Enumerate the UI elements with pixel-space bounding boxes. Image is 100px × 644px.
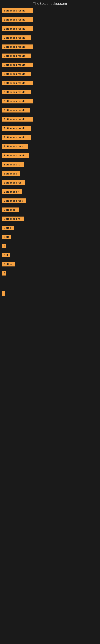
list-item: Bottleneck result bbox=[2, 44, 98, 50]
spacer-item bbox=[2, 306, 98, 312]
list-item: Bottleneck result bbox=[2, 36, 98, 41]
list-item: Bottlenec bbox=[2, 208, 98, 213]
list-item: | bbox=[2, 291, 98, 297]
bottleneck-badge: Bottleneck resu bbox=[2, 144, 28, 149]
bottleneck-badge: B bbox=[2, 271, 6, 276]
list-item: Bottleneck result bbox=[2, 72, 98, 77]
list-item: Bottleneck bbox=[2, 171, 98, 177]
list-item: Bottleneck result bbox=[2, 108, 98, 113]
list-item: Bottleneck result bbox=[2, 62, 98, 68]
bottleneck-badge: Bot bbox=[2, 253, 10, 258]
list-item: B bbox=[2, 244, 98, 249]
results-container: Bottleneck resultBottleneck resultBottle… bbox=[0, 8, 100, 320]
list-item: Bottleneck resu bbox=[2, 144, 98, 150]
bottleneck-badge: Bottleneck result bbox=[2, 72, 31, 76]
bottleneck-badge: Bottle bbox=[2, 226, 14, 230]
bottleneck-badge: Bottleneck resu bbox=[2, 198, 26, 203]
bottleneck-badge: Bottleneck bbox=[2, 171, 20, 176]
bottleneck-badge: Bottleneck res bbox=[2, 180, 25, 185]
list-item: Bottleneck result bbox=[2, 117, 98, 122]
bottleneck-badge: Bottleneck result bbox=[2, 117, 33, 122]
bottleneck-badge: | bbox=[2, 291, 5, 296]
list-item: Bottleneck resu bbox=[2, 198, 98, 204]
list-item: Bottleneck result bbox=[2, 8, 98, 14]
spacer-item bbox=[2, 285, 98, 291]
list-item: Bottle bbox=[2, 226, 98, 231]
list-item: Bottleneck re bbox=[2, 162, 98, 168]
list-item: Bottleneck result bbox=[2, 126, 98, 132]
list-item: Bottleneck result bbox=[2, 54, 98, 59]
list-item: Bottleneck result bbox=[2, 81, 98, 86]
list-item: Bottleneck result bbox=[2, 135, 98, 140]
list-item bbox=[2, 280, 98, 282]
bottleneck-badge: Bottleneck result bbox=[2, 108, 30, 112]
list-item: Bott bbox=[2, 235, 98, 240]
site-title: TheBottlenecker.com bbox=[0, 0, 100, 8]
bottleneck-badge: Bottleneck result bbox=[2, 36, 31, 40]
bottleneck-badge: Bottleneck result bbox=[2, 62, 33, 67]
bottleneck-badge: Bottlenec bbox=[2, 208, 19, 212]
list-item bbox=[2, 318, 98, 320]
bottleneck-badge: Bottleneck result bbox=[2, 99, 33, 104]
list-item: Bot bbox=[2, 253, 98, 258]
bottleneck-badge: Bottleneck result bbox=[2, 126, 31, 130]
list-item: Bottleneck result bbox=[2, 99, 98, 104]
bottleneck-badge: Bottleneck result bbox=[2, 8, 33, 13]
bottleneck-badge: Bottleneck result bbox=[2, 17, 33, 22]
bottleneck-badge: Bott bbox=[2, 235, 11, 239]
list-item: Bottleneck result bbox=[2, 153, 98, 158]
bottleneck-badge: Bottleneck result bbox=[2, 26, 33, 31]
bottleneck-badge: Bottleneck result bbox=[2, 44, 33, 49]
bottleneck-badge: Bottleneck r bbox=[2, 190, 22, 194]
bottleneck-badge: Bottleneck result bbox=[2, 81, 33, 85]
bottleneck-badge: Bottleneck re bbox=[2, 216, 24, 221]
bottleneck-badge: B bbox=[2, 244, 6, 248]
list-item: Bottleneck result bbox=[2, 90, 98, 95]
bottleneck-badge: Bottleneck result bbox=[2, 54, 31, 58]
list-item: Bottleneck re bbox=[2, 216, 98, 222]
spacer-item bbox=[2, 300, 98, 306]
list-item: Bottlen bbox=[2, 262, 98, 267]
bottleneck-badge: Bottleneck result bbox=[2, 90, 31, 94]
bottleneck-badge: Bottleneck result bbox=[2, 153, 29, 158]
list-item: Bottleneck r bbox=[2, 190, 98, 195]
list-item: B bbox=[2, 271, 98, 276]
spacer-item bbox=[2, 312, 98, 318]
list-item: Bottleneck res bbox=[2, 180, 98, 186]
bottleneck-badge: Bottleneck re bbox=[2, 162, 24, 167]
list-item: Bottleneck result bbox=[2, 17, 98, 23]
bottleneck-badge: Bottleneck result bbox=[2, 135, 31, 140]
list-item: Bottleneck result bbox=[2, 26, 98, 32]
bottleneck-badge: Bottlen bbox=[2, 262, 15, 266]
